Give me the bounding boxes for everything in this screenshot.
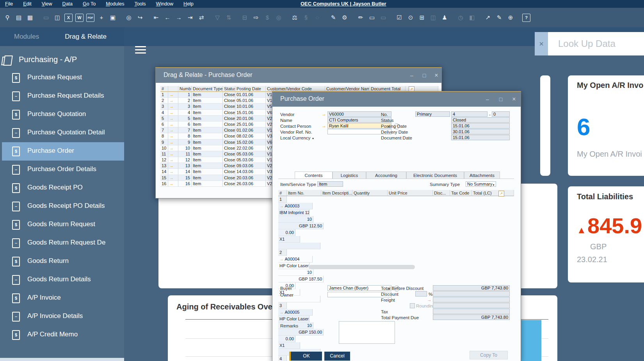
item-service-type-field[interactable]: Item xyxy=(317,181,343,187)
contact-link-arrow-icon[interactable]: → xyxy=(322,123,326,129)
chevron-down-icon[interactable]: ▼ xyxy=(492,183,495,187)
doc-edit-icon[interactable]: ✏ xyxy=(356,13,365,22)
doc-number-suffix-field[interactable]: 0 xyxy=(492,111,510,117)
pencil-icon[interactable]: ✎ xyxy=(329,13,338,22)
menu-item-window[interactable]: Window xyxy=(151,1,178,7)
lookup-close-icon[interactable]: × xyxy=(535,32,548,55)
pdf-icon[interactable]: PDF xyxy=(86,14,94,22)
sidebar-item-purchase-request[interactable]: $Purchase Request xyxy=(0,69,124,87)
row-link-arrow-icon[interactable]: → xyxy=(168,110,178,116)
tab-contents[interactable]: Contents xyxy=(295,172,333,179)
sidebar-tab-drag-relate[interactable]: Drag & Relate xyxy=(65,33,107,41)
nav-prev-icon[interactable]: ← xyxy=(163,13,172,22)
chart-export-icon[interactable]: ↗ xyxy=(484,13,492,22)
sidebar-item-a-p-invoice[interactable]: $A/P Invoice xyxy=(0,289,124,307)
menu-item-edit[interactable]: Edit xyxy=(18,1,37,7)
sidebar-tab-modules[interactable]: Modules xyxy=(14,33,39,41)
row-link-arrow-icon[interactable]: → xyxy=(279,257,284,261)
nav-last-icon[interactable]: ⇥ xyxy=(186,13,194,22)
sidebar-item-goods-return-request-de[interactable]: –Goods Return Request De xyxy=(0,234,124,252)
row-link-arrow-icon[interactable]: → xyxy=(168,181,178,187)
document-date-field[interactable]: 15.01.06 xyxy=(451,135,510,140)
binoculars-icon[interactable]: ◎ xyxy=(125,13,133,22)
horizontal-scrollbar[interactable] xyxy=(309,265,415,269)
freight-field[interactable] xyxy=(433,297,510,302)
table-row[interactable]: 1→ A00003IBM Infoprint 12210GBP 112.500.… xyxy=(278,196,514,249)
tab-accounting[interactable]: Accounting xyxy=(366,172,406,179)
nav-next-icon[interactable]: → xyxy=(174,13,183,22)
doc-number-field[interactable]: 4 xyxy=(451,111,487,117)
delivery-date-field[interactable]: 30.01.06 xyxy=(451,129,510,134)
menu-item-view[interactable]: View xyxy=(37,1,57,7)
sidebar-item-goods-return[interactable]: $Goods Return xyxy=(0,252,124,271)
tab-logistics[interactable]: Logistics xyxy=(333,172,366,179)
sidebar-item-purchase-quotation-detail[interactable]: –Purchase Quotation Detail xyxy=(0,124,124,142)
row-link-arrow-icon[interactable]: → xyxy=(168,145,178,151)
menu-item-modules[interactable]: Modules xyxy=(101,1,129,7)
currency-select[interactable]: Local Currency ▼ xyxy=(280,136,314,140)
target-doc-icon[interactable]: ⊙ xyxy=(406,13,415,22)
word-icon[interactable]: W xyxy=(75,14,84,22)
maximize-icon[interactable]: □ xyxy=(496,96,505,103)
copy-to-button[interactable]: Copy To xyxy=(470,351,508,359)
chart-edit-icon[interactable]: ✎ xyxy=(495,13,503,22)
globe-calc-icon[interactable]: ⊕ xyxy=(506,13,515,22)
comment-icon[interactable]: ▭ xyxy=(368,13,376,22)
menu-item-file[interactable]: File xyxy=(0,1,18,7)
print-icon[interactable]: ▤ xyxy=(14,13,23,22)
menu-item-go-to[interactable]: Go To xyxy=(78,1,101,7)
row-link-arrow-icon[interactable]: → xyxy=(168,104,178,109)
lock-doc-icon[interactable]: ▣ xyxy=(109,13,117,22)
scales-icon[interactable]: ⚖ xyxy=(290,13,299,22)
find-icon[interactable]: ⚲ xyxy=(3,13,12,22)
row-link-arrow-icon[interactable]: → xyxy=(279,310,284,315)
close-icon[interactable]: × xyxy=(510,96,518,103)
sidebar-item-goods-return-request[interactable]: $Goods Return Request xyxy=(0,216,124,234)
doc-link-icon[interactable]: ⇨ xyxy=(252,13,260,22)
checklist-icon[interactable]: ☑ xyxy=(395,13,404,22)
calendar-icon[interactable]: ▦ xyxy=(26,13,34,22)
sidebar-item-purchase-quotation[interactable]: $Purchase Quotation xyxy=(0,105,124,124)
tab-attachments[interactable]: Attachments xyxy=(464,172,500,179)
freight-link-arrow-icon[interactable]: → xyxy=(427,297,432,302)
posting-date-field[interactable]: 15.01.06 xyxy=(451,123,510,129)
row-link-arrow-icon[interactable]: → xyxy=(168,151,178,157)
goto-box-icon[interactable]: ↪ xyxy=(136,13,144,22)
sidebar-item-goods-receipt-po[interactable]: $Goods Receipt PO xyxy=(0,179,124,197)
row-link-arrow-icon[interactable]: → xyxy=(168,175,178,181)
maximize-icon[interactable]: □ xyxy=(420,72,429,79)
drag-relate-titlebar[interactable]: Drag & Relate - Purchase Order – □ × xyxy=(156,68,441,83)
row-link-arrow-icon[interactable]: → xyxy=(168,133,178,139)
help-icon[interactable]: ? xyxy=(522,14,530,22)
row-link-arrow-icon[interactable]: → xyxy=(168,122,178,127)
remarks-textarea[interactable] xyxy=(339,321,395,344)
sidebar-item-goods-receipt-po-details[interactable]: –Goods Receipt PO Details xyxy=(0,197,124,216)
menu-item-help[interactable]: Help xyxy=(178,1,199,7)
row-link-arrow-icon[interactable]: → xyxy=(168,157,178,163)
close-icon[interactable]: × xyxy=(432,72,441,79)
hamburger-menu-icon[interactable] xyxy=(135,46,146,55)
cancel-button[interactable]: Cancel xyxy=(324,352,350,361)
series-field[interactable]: Primary xyxy=(415,111,450,117)
copy-icon[interactable]: ◫ xyxy=(53,13,62,22)
row-link-arrow-icon[interactable]: → xyxy=(279,204,284,208)
tab-electronic-documents[interactable]: Electronic Documents xyxy=(406,172,464,179)
sidebar-item-purchase-order[interactable]: $Purchase Order xyxy=(2,142,124,161)
row-link-arrow-icon[interactable]: → xyxy=(168,139,178,145)
minimize-icon[interactable]: – xyxy=(483,96,492,103)
row-link-arrow-icon[interactable]: → xyxy=(168,169,178,175)
row-link-arrow-icon[interactable]: → xyxy=(168,92,178,98)
refresh-icon[interactable]: ⇄ xyxy=(197,13,206,22)
ok-button[interactable]: OK xyxy=(289,352,322,361)
calculator-icon[interactable]: ⊞ xyxy=(418,13,426,22)
row-link-arrow-icon[interactable]: → xyxy=(168,98,178,104)
sidebar-item-purchase-order-details[interactable]: –Purchase Order Details xyxy=(0,161,124,179)
lookup-input[interactable] xyxy=(548,32,644,55)
menu-item-tools[interactable]: Tools xyxy=(129,1,151,7)
nav-first-icon[interactable]: ⇤ xyxy=(152,13,160,22)
sidebar-item-goods-return-details[interactable]: –Goods Return Details xyxy=(0,271,124,289)
sidebar-item-purchase-request-details[interactable]: –Purchase Request Details xyxy=(0,87,124,105)
sidebar-item-a-p-credit-memo[interactable]: $A/P Credit Memo xyxy=(0,326,124,344)
row-link-arrow-icon[interactable]: → xyxy=(168,127,178,133)
person-icon[interactable]: ♟ xyxy=(440,13,449,22)
